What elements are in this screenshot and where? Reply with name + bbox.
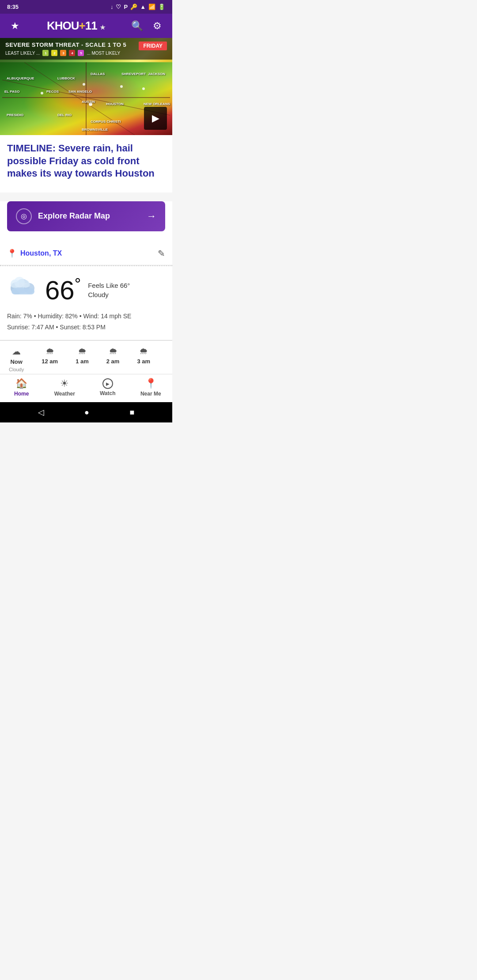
city-corpuschristi: CORPUS CHRISTI (91, 120, 121, 124)
separator-1: • (34, 313, 38, 320)
city-sanangelo: SAN ANGELO (68, 90, 92, 94)
city-delrio: DEL RIO (57, 113, 72, 117)
spacer (0, 184, 172, 192)
strip-3am[interactable]: 🌧 3 am (128, 344, 159, 374)
scale-most-text: ... MOST LIKELY (87, 51, 120, 56)
svg-point-4 (41, 92, 43, 94)
scale-2: 2 (51, 50, 57, 56)
star-icon: ★ (11, 20, 19, 31)
wind-text: Wind: 14 mph SE (83, 313, 131, 320)
now-weather-icon: ☁ (12, 346, 21, 357)
nav-near-me-label: Near Me (140, 391, 161, 397)
article-title: TIMELINE: Severe rain, hail possible Fri… (7, 142, 165, 180)
city-shreveport: SHREVEPORT (121, 72, 146, 76)
explore-radar-button[interactable]: ◎ Explore Radar Map → (7, 201, 165, 231)
city-jackson: JACKSON (148, 72, 165, 76)
svg-point-6 (120, 85, 123, 88)
day-badge: FRIDAY (139, 41, 167, 50)
search-button[interactable]: 🔍 (129, 20, 145, 32)
feels-like-column: Feels Like 66° Cloudy (88, 282, 130, 298)
status-time: 8:35 (7, 4, 19, 10)
strip-2am[interactable]: 🌧 2 am (98, 344, 129, 374)
nav-watch[interactable]: ▶ Watch (86, 378, 129, 396)
strip-3am-label: 3 am (137, 358, 150, 365)
strip-now-label: Now (10, 358, 22, 365)
strip-now[interactable]: ☁ Now Cloudy (0, 344, 33, 374)
home-nav-icon: 🏠 (15, 378, 27, 389)
city-pecos: PECOS (46, 90, 59, 94)
recent-apps-button[interactable]: ■ (129, 408, 134, 417)
hourly-strip[interactable]: ☁ Now Cloudy 🌧 12 am 🌧 1 am 🌧 2 am 🌧 3 a… (0, 340, 172, 374)
2am-icon: 🌧 (109, 346, 117, 356)
weather-main: 66 ° Feels Like 66° Cloudy (7, 275, 165, 305)
strip-1am[interactable]: 🌧 1 am (67, 344, 98, 374)
svg-rect-16 (11, 283, 30, 287)
strip-1am-label: 1 am (76, 358, 89, 365)
nav-weather[interactable]: ☀ Weather (43, 378, 87, 397)
nav-weather-label: Weather (54, 391, 75, 397)
news-thumbnail[interactable]: SEVERE STORM THREAT - SCALE 1 TO 5 LEAST… (0, 38, 172, 135)
city-presidio: PRESIDIO (7, 113, 23, 117)
status-signal-icon: 📶 (148, 4, 155, 10)
temperature-display: 66 ° (45, 275, 81, 305)
storm-scale-row: LEAST LIKELY ... 1 2 3 4 5 ... MOST LIKE… (5, 50, 167, 56)
separator-3: • (56, 324, 60, 331)
weather-nav-icon: ☀ (60, 378, 69, 389)
12am-icon: 🌧 (45, 346, 54, 356)
hourly-strip-container[interactable]: ☁ Now Cloudy 🌧 12 am 🌧 1 am 🌧 2 am 🌧 3 a… (0, 340, 172, 374)
svg-point-5 (83, 83, 85, 86)
scale-least-text: LEAST LIKELY ... (5, 51, 40, 56)
strip-12am-label: 12 am (42, 358, 58, 365)
status-heart-icon: ♡ (116, 4, 121, 10)
status-download-icon: ↓ (110, 4, 114, 10)
sunset-text: Sunset: 8:53 PM (60, 324, 106, 331)
nav-near-me[interactable]: 📍 Near Me (129, 378, 173, 397)
status-wifi-icon: ▲ (140, 4, 146, 10)
strip-now-sublabel: Cloudy (9, 367, 24, 372)
settings-icon: ⚙ (153, 20, 162, 31)
weather-details: Rain: 7% • Humidity: 82% • Wind: 14 mph … (7, 311, 165, 333)
weather-sunrise-sunset: Sunrise: 7:47 AM • Sunset: 8:53 PM (7, 322, 165, 333)
nav-home[interactable]: 🏠 Home (0, 378, 43, 397)
city-dallas: DALLAS (91, 72, 105, 76)
rain-text: Rain: 7% (7, 313, 32, 320)
degree-symbol: ° (75, 275, 81, 294)
radar-icon: ◎ (16, 208, 32, 224)
back-button[interactable]: ◁ (38, 407, 44, 417)
logo-text: KHOU+11 ★ (47, 19, 105, 32)
edit-location-icon[interactable]: ✎ (158, 248, 165, 259)
bottom-nav: 🏠 Home ☀ Weather ▶ Watch 📍 Near Me (0, 374, 172, 402)
scale-4: 4 (69, 50, 75, 56)
location-pin-icon: 📍 (7, 249, 17, 258)
nav-watch-label: Watch (100, 390, 116, 396)
scale-5: 5 (78, 50, 84, 56)
3am-icon: 🌧 (139, 346, 148, 356)
cloud-svg (7, 275, 38, 299)
home-button[interactable]: ● (84, 408, 89, 417)
temperature-value: 66 (45, 275, 75, 305)
condition-text: Cloudy (88, 291, 130, 298)
svg-point-8 (142, 87, 145, 90)
status-icons: ↓ ♡ P 🔑 ▲ 📶 🔋 (110, 4, 165, 10)
weather-section: 66 ° Feels Like 66° Cloudy Rain: 7% • Hu… (0, 266, 172, 340)
android-nav-bar: ◁ ● ■ (0, 402, 172, 422)
strip-12am[interactable]: 🌧 12 am (33, 344, 67, 374)
article-section[interactable]: TIMELINE: Severe rain, hail possible Fri… (0, 135, 172, 184)
weather-icon-large (7, 275, 38, 305)
play-button[interactable]: ▶ (144, 107, 167, 130)
1am-icon: 🌧 (78, 346, 87, 356)
status-battery-icon: 🔋 (158, 4, 165, 10)
search-icon: 🔍 (131, 20, 143, 31)
humidity-text: Humidity: 82% (38, 313, 78, 320)
favorite-button[interactable]: ★ (7, 20, 23, 32)
location-row[interactable]: 📍 Houston, TX ✎ (0, 242, 172, 265)
radar-label: Explore Radar Map (38, 211, 147, 221)
settings-button[interactable]: ⚙ (149, 20, 165, 32)
watch-nav-icon: ▶ (102, 378, 113, 389)
weather-rain-humidity-wind: Rain: 7% • Humidity: 82% • Wind: 14 mph … (7, 311, 165, 322)
status-parental-icon: P (124, 4, 128, 10)
feels-like-text: Feels Like 66° (88, 282, 130, 289)
nav-home-label: Home (14, 391, 29, 397)
scale-1: 1 (42, 50, 49, 56)
svg-rect-12 (11, 288, 34, 294)
